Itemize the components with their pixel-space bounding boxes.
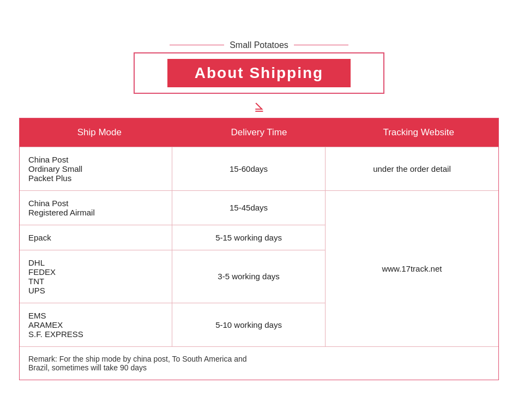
tracking-cell-merged: www.17track.net bbox=[325, 190, 498, 346]
col-tracking-website: Tracking Website bbox=[339, 118, 498, 147]
brand-text: Small Potatoes bbox=[230, 40, 288, 50]
remark-cell: Remark: For the ship mode by china post,… bbox=[20, 346, 498, 380]
table-row: China PostOrdinary SmallPacket Plus 15-6… bbox=[20, 147, 498, 190]
title-box: About Shipping bbox=[134, 52, 384, 94]
ship-mode-cell: DHLFEDEXTNTUPS bbox=[20, 250, 172, 303]
table-header-row: Ship Mode Delivery Time Tracking Website bbox=[20, 118, 498, 147]
page-title: About Shipping bbox=[167, 59, 351, 87]
ship-mode-cell: EMSARAMEXS.F. EXPRESS bbox=[20, 303, 172, 346]
delivery-time-cell: 5-15 working days bbox=[172, 225, 326, 250]
ship-mode-cell: China PostRegistered Airmail bbox=[20, 190, 172, 225]
ship-mode-cell: China PostOrdinary SmallPacket Plus bbox=[20, 147, 172, 190]
table-row: China PostRegistered Airmail 15-45days w… bbox=[20, 190, 498, 225]
ship-mode-cell: Epack bbox=[20, 225, 172, 250]
header-section: Small Potatoes About Shipping ⦥ bbox=[19, 40, 499, 112]
remark-row: Remark: For the ship mode by china post,… bbox=[20, 346, 498, 380]
delivery-time-cell: 15-60days bbox=[172, 147, 326, 190]
col-delivery-time: Delivery Time bbox=[179, 118, 339, 147]
delivery-time-cell: 3-5 working days bbox=[172, 250, 326, 303]
chevron-down-icon: ⦥ bbox=[19, 97, 499, 112]
main-container: Small Potatoes About Shipping ⦥ Ship Mod… bbox=[19, 40, 499, 380]
delivery-time-cell: 15-45days bbox=[172, 190, 326, 225]
shipping-data-table: China PostOrdinary SmallPacket Plus 15-6… bbox=[20, 147, 498, 380]
col-ship-mode: Ship Mode bbox=[20, 118, 179, 147]
brand-label: Small Potatoes bbox=[19, 40, 499, 50]
delivery-time-cell: 5-10 working days bbox=[172, 303, 326, 346]
tracking-cell: under the order detail bbox=[325, 147, 498, 190]
shipping-table: Ship Mode Delivery Time Tracking Website… bbox=[19, 118, 499, 380]
